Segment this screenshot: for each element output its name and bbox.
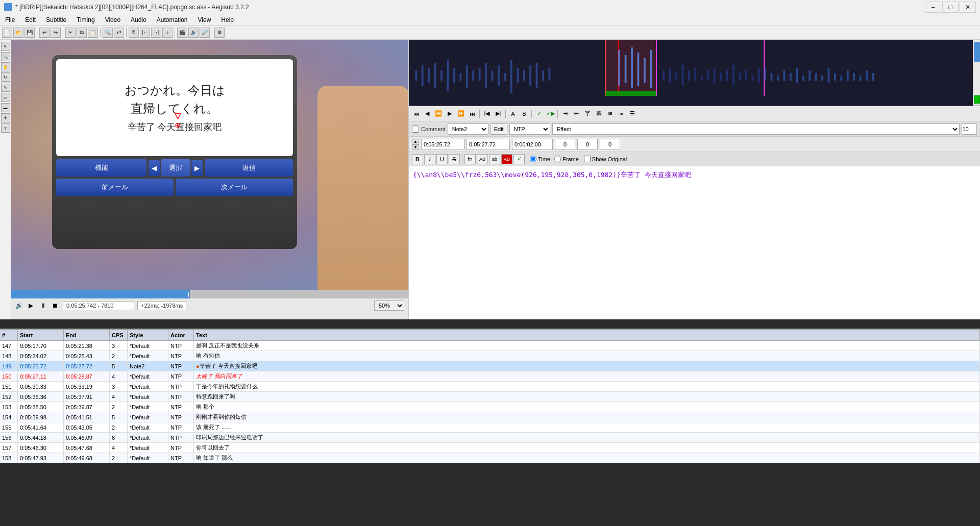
show-original-checkbox[interactable] — [584, 156, 591, 162]
edit-button[interactable]: Edit — [491, 123, 507, 135]
pb-snap[interactable]: ⇥ — [560, 109, 570, 119]
table-row[interactable]: 151 0:05:30.33 0:05:33.19 3 *Default NTP… — [0, 382, 980, 392]
table-row[interactable]: 156 0:05:44.18 0:05:46.09 6 *Default NTP… — [0, 433, 980, 443]
fmt-bold[interactable]: B — [412, 154, 423, 164]
tool-clip-rect[interactable]: ▬ — [1, 103, 10, 112]
time-radio-label[interactable]: Time — [530, 156, 550, 162]
toolbar-audio[interactable]: 🔊 — [188, 28, 199, 38]
duration[interactable]: 0:00:02.00 — [512, 139, 553, 150]
fmt-italic[interactable]: I — [424, 154, 435, 164]
pb-frame-next[interactable]: ▶| — [493, 109, 503, 119]
stop-button[interactable]: ⏹ — [51, 301, 60, 310]
toolbar-new[interactable]: 📄 — [2, 28, 12, 38]
start-down-arrow[interactable]: ▼ — [412, 144, 419, 150]
margin-v[interactable]: 0 — [600, 139, 620, 150]
menu-item-file[interactable]: File — [0, 14, 20, 26]
pb-kanji2[interactable]: 幕 — [594, 109, 604, 119]
menu-item-automation[interactable]: Automation — [152, 14, 193, 26]
pb-next-check[interactable]: ✓▶ — [545, 109, 555, 119]
maximize-button[interactable]: □ — [942, 2, 959, 13]
waveform-scrollbar[interactable] — [973, 40, 980, 106]
pb-snap2[interactable]: ⇤ — [571, 109, 581, 119]
fmt-strikethrough[interactable]: S — [449, 154, 460, 164]
menu-item-timing[interactable]: Timing — [71, 14, 100, 26]
start-time[interactable]: 0:05:25.72 — [421, 139, 464, 150]
margin-r[interactable]: 0 — [577, 139, 598, 150]
toolbar-open[interactable]: 📂 — [13, 28, 23, 38]
toolbar-replace[interactable]: ⇄ — [114, 28, 124, 38]
toolbar-undo[interactable]: ↩ — [39, 28, 50, 38]
tool-move[interactable]: ✛ — [1, 113, 10, 122]
close-button[interactable]: ✕ — [960, 2, 976, 13]
effect-number[interactable] — [962, 123, 977, 135]
pb-waveform[interactable]: ≋ — [605, 109, 615, 119]
toolbar-snap-end[interactable]: →| — [151, 28, 161, 38]
toolbar-zoom[interactable]: 🔎 — [200, 28, 210, 38]
menu-item-view[interactable]: View — [193, 14, 216, 26]
fmt-underline[interactable]: U — [436, 154, 448, 164]
pb-options[interactable]: ☰ — [627, 109, 638, 119]
menu-item-video[interactable]: Video — [100, 14, 126, 26]
fmt-color1[interactable]: AB — [501, 154, 512, 164]
table-row[interactable]: 147 0:05:17.70 0:05:21.38 3 *Default NTP… — [0, 341, 980, 351]
table-row[interactable]: 158 0:05:47.93 0:05:49.68 2 *Default NTP… — [0, 453, 980, 463]
tool-cursor[interactable]: ↖ — [1, 42, 10, 51]
style-dropdown[interactable]: Note2 *Default — [448, 123, 488, 135]
pb-rewind[interactable]: ◀ — [422, 109, 432, 119]
pb-b-a[interactable]: B — [519, 109, 529, 119]
table-row[interactable]: 148 0:05:24.02 0:05:25.43 2 *Default NTP… — [0, 351, 980, 361]
menu-item-audio[interactable]: Audio — [126, 14, 152, 26]
fmt-font-lower[interactable]: ab — [489, 154, 500, 164]
pb-next[interactable]: ⏭ — [467, 109, 477, 119]
actor-dropdown[interactable]: NTP — [509, 123, 550, 135]
toolbar-settings[interactable]: ⚙ — [214, 28, 225, 38]
toolbar-video[interactable]: 🎬 — [177, 28, 187, 38]
table-row[interactable]: 149 0:05:25.72 0:05:27.72 5 Note2 NTP ●辛… — [0, 361, 980, 371]
pb-play-next[interactable]: ⏩ — [456, 109, 466, 119]
tool-help[interactable]: ? — [1, 123, 10, 133]
toolbar-save[interactable]: 💾 — [24, 28, 35, 38]
table-row[interactable]: 157 0:05:46.30 0:05:47.68 4 *Default NTP… — [0, 443, 980, 453]
toolbar-scissors[interactable]: ✂ — [65, 28, 76, 38]
menu-item-help[interactable]: Help — [216, 14, 239, 26]
toolbar-karaoke[interactable]: ♪ — [162, 28, 173, 38]
table-row[interactable]: 150 0:05:27.11 0:05:28.87 4 *Default NTP… — [0, 371, 980, 382]
waveform-green-btn[interactable] — [974, 95, 980, 104]
pb-play-prev[interactable]: ⏪ — [433, 109, 444, 119]
toolbar-shift-times[interactable]: ⏱ — [129, 28, 139, 38]
pb-prev[interactable]: ⏮ — [411, 109, 421, 119]
toolbar-find[interactable]: 🔍 — [103, 28, 113, 38]
toolbar-snap-start[interactable]: |← — [140, 28, 150, 38]
progress-bar[interactable] — [11, 290, 408, 298]
table-row[interactable]: 154 0:05:39.98 0:05:41.51 5 *Default NTP… — [0, 412, 980, 422]
effect-dropdown[interactable]: Effect — [552, 123, 960, 135]
pb-frame-prev[interactable]: |◀ — [482, 109, 492, 119]
fmt-font-upper[interactable]: AB — [477, 154, 488, 164]
frame-radio[interactable] — [554, 156, 561, 162]
pb-spectrum[interactable]: ≈ — [616, 109, 626, 119]
menu-item-subtitle[interactable]: Subtitle — [41, 14, 71, 26]
tool-clip[interactable]: ▭ — [1, 93, 10, 102]
comment-checkbox[interactable] — [412, 126, 419, 133]
minimize-button[interactable]: – — [925, 2, 941, 13]
toolbar-redo[interactable]: ↪ — [51, 28, 61, 38]
table-row[interactable]: 152 0:05:36.36 0:05:37.91 4 *Default NTP… — [0, 392, 980, 402]
tool-zoom[interactable]: 🔍 — [1, 52, 10, 61]
subtitle-text-editor[interactable]: {\\an8\\be5\\frz6.563\\move(926,195,928,… — [409, 166, 980, 319]
row-start-spinner[interactable]: ▲ ▼ — [412, 139, 419, 150]
waveform-canvas[interactable] — [409, 40, 980, 96]
table-row[interactable]: 153 0:05:38.50 0:05:39.87 2 *Default NTP… — [0, 402, 980, 412]
fmt-check-ok[interactable]: ✓ — [513, 154, 525, 164]
menu-item-edit[interactable]: Edit — [20, 14, 41, 26]
pb-check[interactable]: ✓ — [534, 109, 544, 119]
pb-play[interactable]: ▶ — [445, 109, 455, 119]
tool-scale[interactable]: ⤡ — [1, 83, 10, 92]
time-radio[interactable] — [530, 156, 536, 162]
toolbar-copy[interactable]: ⧉ — [77, 28, 87, 38]
tool-rotate[interactable]: ↻ — [1, 72, 10, 82]
pb-kanji1[interactable]: 字 — [582, 109, 593, 119]
margin-l[interactable]: 0 — [555, 139, 575, 150]
zoom-select[interactable]: 50% 75% 100% — [374, 300, 404, 311]
start-up-arrow[interactable]: ▲ — [412, 139, 419, 144]
fmt-font[interactable]: fn — [464, 154, 476, 164]
